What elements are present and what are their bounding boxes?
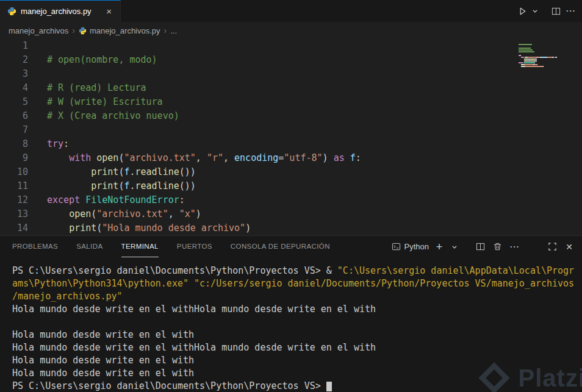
code-line: 9 with open("archivo.txt", "r", encoding…	[0, 151, 582, 165]
breadcrumb: manejo_archivos › manejo_archivos.py › .…	[0, 22, 582, 39]
terminal-line: PS C:\Users\sergio daniel\Documents\Pyth…	[12, 265, 582, 277]
line-number: 14	[0, 221, 28, 235]
breadcrumb-folder[interactable]: manejo_archivos	[9, 26, 68, 35]
terminal-line: Hola mundo desde write en el with	[12, 329, 582, 341]
line-number: 1	[0, 39, 28, 53]
breadcrumb-file[interactable]: manejo_archivos.py	[79, 26, 160, 35]
tab-close-icon[interactable]: ×	[104, 5, 114, 17]
terminal-profile-chevron-icon[interactable]	[448, 240, 461, 254]
code-line: 2# open(nombre, modo)	[0, 53, 582, 67]
python-file-icon	[79, 27, 87, 35]
terminal-cursor	[326, 382, 332, 391]
code-line: 3	[0, 67, 582, 81]
line-number: 4	[0, 81, 28, 95]
terminal-lines: PS C:\Users\sergio daniel\Documents\Pyth…	[0, 257, 582, 392]
line-number: 9	[0, 151, 28, 165]
code-line: 6# X (Crea archivo nuevo)	[0, 109, 582, 123]
terminal-profile[interactable]: Python	[392, 242, 429, 251]
code-line: 1	[0, 39, 582, 53]
bottom-panel: PROBLEMAS SALIDA TERMINAL PUERTOS CONSOL…	[0, 235, 582, 392]
code-lines: 12# open(nombre, modo)34# R (read) Lectu…	[0, 39, 582, 235]
split-editor-button[interactable]	[549, 4, 562, 18]
code-editor[interactable]: 12# open(nombre, modo)34# R (read) Lectu…	[0, 39, 582, 235]
vscode-window: manejo_archivos.py × ⋯ manejo_archivos ›	[0, 0, 582, 392]
editor-tab-bar: manejo_archivos.py × ⋯	[0, 0, 582, 22]
line-number: 3	[0, 67, 28, 81]
tab-puertos[interactable]: PUERTOS	[177, 236, 212, 257]
terminal-icon	[392, 242, 401, 251]
close-panel-button[interactable]: ✕	[562, 240, 576, 254]
terminal-line: PS C:\Users\sergio daniel\Documents\Pyth…	[12, 380, 582, 392]
terminal-more-button[interactable]: ⋯	[508, 240, 521, 254]
line-number: 8	[0, 137, 28, 151]
terminal-line: ams\Python\Python314\python.exe" "c:/Use…	[12, 277, 582, 290]
tab-problemas[interactable]: PROBLEMAS	[12, 236, 58, 257]
terminal-profile-label: Python	[404, 242, 429, 251]
terminal-line: Hola mundo desde write en el with	[12, 367, 582, 380]
terminal-line: Hola mundo desde write en el withHola mu…	[12, 341, 582, 354]
more-actions-button[interactable]: ⋯	[564, 4, 577, 18]
editor-actions: ⋯	[516, 0, 582, 22]
line-number: 12	[0, 193, 28, 207]
code-line: 12except FileNotFoundError:	[0, 193, 582, 207]
line-number: 2	[0, 53, 28, 67]
panel-tabs: PROBLEMAS SALIDA TERMINAL PUERTOS CONSOL…	[12, 236, 330, 257]
line-number: 13	[0, 207, 28, 221]
tab-terminal[interactable]: TERMINAL	[121, 236, 159, 257]
code-line: 8try:	[0, 137, 582, 151]
tab-manejo-archivos[interactable]: manejo_archivos.py ×	[0, 0, 121, 22]
minimap[interactable]	[519, 42, 561, 68]
panel-header: PROBLEMAS SALIDA TERMINAL PUERTOS CONSOL…	[0, 236, 582, 257]
breadcrumb-symbol[interactable]: ...	[170, 26, 177, 35]
breadcrumb-separator-icon: ›	[164, 26, 167, 35]
code-line: 4# R (read) Lectura	[0, 81, 582, 95]
line-number: 7	[0, 123, 28, 137]
line-number: 6	[0, 109, 28, 123]
line-number: 11	[0, 179, 28, 193]
code-line: 5# W (write) Escritura	[0, 95, 582, 109]
split-terminal-button[interactable]	[473, 240, 487, 254]
panel-actions: Python + ⋯ ✕	[392, 240, 576, 254]
python-file-icon	[7, 7, 16, 16]
kill-terminal-button[interactable]	[490, 240, 504, 254]
code-line: 14 print("Hola mundo desde archivo")	[0, 221, 582, 235]
code-line: 11 print(f.readline())	[0, 179, 582, 193]
breadcrumb-file-label: manejo_archivos.py	[90, 26, 160, 35]
terminal-line: Hola mundo desde write en el with	[12, 354, 582, 367]
run-button[interactable]	[516, 4, 529, 18]
run-dropdown-chevron-icon[interactable]	[528, 4, 542, 18]
tab-consola-depuracion[interactable]: CONSOLA DE DEPURACIÓN	[231, 236, 330, 257]
code-line: 10 print(f.readline())	[0, 165, 582, 179]
terminal[interactable]: Platzi PS C:\Users\sergio daniel\Documen…	[0, 257, 582, 392]
tab-title: manejo_archivos.py	[21, 7, 92, 16]
terminal-line: /manejo_archivos.py"	[12, 290, 582, 303]
terminal-line: Hola mundo desde write en el withHola mu…	[12, 303, 582, 316]
code-line: 13 open("archivo.txt", "x")	[0, 207, 582, 221]
code-line: 7	[0, 123, 582, 137]
maximize-panel-button[interactable]	[545, 240, 559, 254]
terminal-line	[12, 316, 582, 329]
tab-salida[interactable]: SALIDA	[76, 236, 102, 257]
line-number: 10	[0, 165, 28, 179]
line-number: 5	[0, 95, 28, 109]
breadcrumb-separator-icon: ›	[72, 26, 75, 35]
new-terminal-button[interactable]: +	[433, 240, 446, 254]
